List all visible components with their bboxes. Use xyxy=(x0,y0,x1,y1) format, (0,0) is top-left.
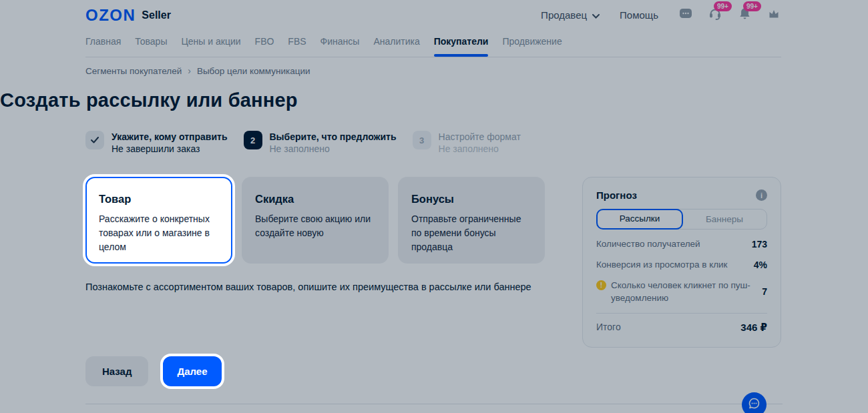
help-menu[interactable]: Помощь xyxy=(620,9,658,21)
goal-cards: Товар Расскажите о конкретных товарах ил… xyxy=(85,177,545,264)
chevron-down-icon xyxy=(592,9,600,21)
main-nav: Главная Товары Цены и акции FBO FBS Фина… xyxy=(85,30,781,57)
tab-tseny-i-aktsii[interactable]: Цены и акции xyxy=(181,36,240,57)
tab-finansy[interactable]: Финансы xyxy=(320,36,360,57)
seller-menu-label: Продавец xyxy=(541,9,587,21)
seller-logo-text: Seller xyxy=(142,9,171,21)
forecast-divider xyxy=(596,313,767,314)
tab-pokupateli[interactable]: Покупатели xyxy=(434,36,489,57)
card-skidka-title: Скидка xyxy=(255,193,375,205)
card-tovar[interactable]: Товар Расскажите о конкретных товарах ил… xyxy=(85,177,232,264)
tab-fbs[interactable]: FBS xyxy=(288,36,306,57)
step-3-subtitle: Не заполнено xyxy=(439,143,521,155)
forecast-total-row: Итого 346 ₽ xyxy=(596,321,767,334)
support-button[interactable]: 99+ xyxy=(708,8,722,23)
step-3[interactable]: 3 Настройте формат Не заполнено xyxy=(413,131,521,155)
card-bonusy-description: Отправьте ограниченные по времени бонусы… xyxy=(411,212,531,254)
help-label: Помощь xyxy=(620,9,658,21)
step-3-number-icon: 3 xyxy=(413,131,431,149)
card-skidka-description: Выберите свою акцию или создайте новую xyxy=(255,212,375,240)
recipients-label: Количество получателей xyxy=(596,238,700,250)
forecast-row-conversion: Конверсия из просмотра в клик 4% xyxy=(596,258,767,271)
info-icon[interactable]: i xyxy=(756,189,767,201)
step-1[interactable]: 1 Укажите, кому отправить Не завершили з… xyxy=(85,131,228,155)
card-tovar-description: Расскажите о конкретных товарах или о ма… xyxy=(99,212,219,254)
support-badge: 99+ xyxy=(714,1,732,11)
breadcrumb-separator: › xyxy=(188,65,191,76)
forecast-row-clicks: ! Сколько человек кликнет по пуш-уведомл… xyxy=(596,279,767,304)
clicks-value: 7 xyxy=(762,286,767,297)
wizard-actions: Назад Далее xyxy=(85,356,545,386)
breadcrumb: Сегменты покупателей › Выбор цели коммун… xyxy=(85,65,781,76)
forecast-row-recipients: Количество получателей 173 xyxy=(596,238,767,250)
selected-card-hint: Познакомьте с ассортиментом ваших товаро… xyxy=(85,281,545,294)
tab-fbo[interactable]: FBO xyxy=(255,36,274,57)
messages-button[interactable] xyxy=(678,8,693,23)
total-value: 346 ₽ xyxy=(740,322,767,334)
back-button[interactable]: Назад xyxy=(85,356,148,386)
card-tovar-title: Товар xyxy=(99,193,219,205)
clicks-label: Сколько человек кликнет по пуш-уведомлен… xyxy=(611,279,755,304)
step-1-title: Укажите, кому отправить xyxy=(112,131,228,143)
forecast-tabs: Рассылки Баннеры xyxy=(596,209,767,230)
card-skidka[interactable]: Скидка Выберите свою акцию или создайте … xyxy=(242,177,389,264)
step-2[interactable]: 2 Выберите, что предложить Не заполнено xyxy=(244,131,397,155)
tab-glavnaya[interactable]: Главная xyxy=(85,36,121,57)
step-2-subtitle: Не заполнено xyxy=(270,143,397,155)
recipients-value: 173 xyxy=(752,239,767,250)
notifications-button[interactable]: 99+ xyxy=(737,8,752,23)
seller-menu-dropdown[interactable]: Продавец xyxy=(541,9,600,21)
breadcrumb-goal[interactable]: Выбор цели коммуникации xyxy=(197,66,310,76)
total-label: Итого xyxy=(596,321,621,334)
warning-icon: ! xyxy=(596,280,606,290)
tab-tovary[interactable]: Товары xyxy=(135,36,167,57)
next-button[interactable]: Далее xyxy=(163,356,221,386)
page-title: Создать рассылку или баннер xyxy=(0,89,868,111)
conversion-label: Конверсия из просмотра в клик xyxy=(596,258,728,271)
top-bar: OZON Seller Продавец Помощь xyxy=(85,0,781,30)
tab-prodvizhenie[interactable]: Продвижение xyxy=(502,36,562,57)
forecast-tab-bannery[interactable]: Баннеры xyxy=(682,210,767,229)
forecast-tab-rassylki[interactable]: Рассылки xyxy=(596,209,683,230)
tab-analitika[interactable]: Аналитика xyxy=(373,36,419,57)
main-content: Товар Расскажите о конкретных товарах ил… xyxy=(85,177,781,386)
ozon-logo[interactable]: OZON xyxy=(85,6,136,25)
conversion-value: 4% xyxy=(754,260,767,270)
chat-fab-icon xyxy=(747,396,761,413)
step-2-title: Выберите, что предложить xyxy=(270,131,397,143)
card-bonusy[interactable]: Бонусы Отправьте ограниченные по времени… xyxy=(398,177,545,264)
check-icon: 1 xyxy=(85,131,104,149)
wizard-steps: 1 Укажите, кому отправить Не завершили з… xyxy=(85,131,781,155)
step-2-number-icon: 2 xyxy=(244,131,262,149)
premium-button[interactable] xyxy=(767,8,781,23)
crown-icon xyxy=(768,8,780,22)
notifications-badge: 99+ xyxy=(743,1,761,11)
forecast-title: Прогноз xyxy=(596,189,637,201)
step-3-title: Настройте формат xyxy=(439,131,521,143)
chat-bubble-icon xyxy=(679,8,692,22)
support-chat-fab[interactable] xyxy=(742,392,767,413)
step-1-subtitle: Не завершили заказ xyxy=(112,143,228,155)
footer-divider xyxy=(85,404,783,404)
forecast-panel: Прогноз i Рассылки Баннеры Количество по… xyxy=(582,177,781,348)
breadcrumb-segments[interactable]: Сегменты покупателей xyxy=(85,66,182,76)
card-bonusy-title: Бонусы xyxy=(411,193,531,205)
